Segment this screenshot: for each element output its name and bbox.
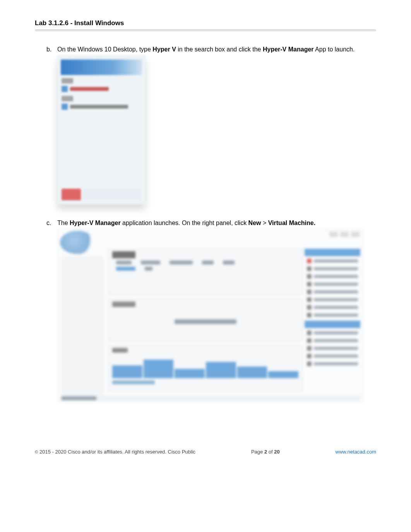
page-of-label: of xyxy=(267,449,274,455)
text-fragment: > xyxy=(261,220,268,226)
action-item xyxy=(307,338,358,344)
vm-list-panel xyxy=(108,249,303,295)
app-name-line xyxy=(70,87,109,91)
tree-panel xyxy=(62,256,104,397)
action-item xyxy=(307,273,358,280)
page-total: 20 xyxy=(274,449,279,455)
step-b: b. On the Windows 10 Desktop, type Hyper… xyxy=(46,45,365,215)
text-fragment: App to launch. xyxy=(314,46,355,53)
app-name-line xyxy=(70,105,128,109)
step-letter: c. xyxy=(46,218,57,414)
step-text: The Hyper-V Manager application launches… xyxy=(57,218,365,414)
action-label-line xyxy=(314,267,358,270)
screenshot-hyperv-manager xyxy=(57,229,363,402)
status-bar xyxy=(60,396,360,401)
actions-group xyxy=(305,321,360,367)
column-headers xyxy=(116,261,295,265)
hyperv-logo-icon xyxy=(60,231,95,254)
action-item xyxy=(307,361,358,367)
checkpoints-panel xyxy=(108,299,303,341)
page-footer: © 2015 - 2020 Cisco and/or its affiliate… xyxy=(35,449,376,455)
step-text: On the Windows 10 Desktop, type Hyper V … xyxy=(57,45,365,215)
header-divider xyxy=(35,29,376,32)
bold-hyper-v-manager: Hyper-V Manager xyxy=(70,220,121,226)
action-icon xyxy=(307,338,312,343)
actions-panel xyxy=(305,249,360,397)
action-item xyxy=(307,345,358,351)
action-label-line xyxy=(314,347,358,350)
text-fragment: application launches. On the right panel… xyxy=(121,220,248,226)
search-result-row xyxy=(62,103,141,111)
actions-group xyxy=(305,249,360,318)
lab-title: Lab 3.1.2.6 - Install Windows xyxy=(35,19,376,29)
search-result-header xyxy=(61,60,142,75)
category-label xyxy=(62,96,73,101)
action-icon xyxy=(307,346,312,351)
action-label-line xyxy=(314,355,358,358)
step-letter: b. xyxy=(46,45,57,215)
window-controls xyxy=(329,232,360,237)
action-icon xyxy=(307,354,312,358)
app-icon xyxy=(62,104,68,110)
document-page: Lab 3.1.2.6 - Install Windows b. On the … xyxy=(0,0,411,532)
app-icon xyxy=(62,86,68,92)
copyright-text: 2015 - 2020 Cisco and/or its affiliates.… xyxy=(39,449,195,455)
bold-virtual-machine: Virtual Machine. xyxy=(268,220,315,226)
action-item xyxy=(307,281,358,287)
category-label xyxy=(62,78,73,84)
detail-footer-line xyxy=(112,380,155,384)
action-label-line xyxy=(314,290,358,293)
action-icon xyxy=(307,266,312,271)
action-icon xyxy=(307,259,312,263)
action-item xyxy=(307,312,358,318)
action-item xyxy=(307,353,358,359)
action-label-line xyxy=(314,362,358,365)
action-icon xyxy=(307,290,312,294)
action-label-line xyxy=(314,275,358,278)
step-c: c. The Hyper-V Manager application launc… xyxy=(46,218,365,414)
bold-hyper-v: Hyper V xyxy=(152,46,176,53)
panel-header xyxy=(112,348,128,353)
panel-header xyxy=(112,302,135,307)
center-panels xyxy=(108,249,303,397)
page-label: Page xyxy=(251,449,264,455)
close-icon xyxy=(351,232,360,237)
action-label-line xyxy=(314,339,358,342)
action-label-line xyxy=(314,314,358,317)
action-icon xyxy=(307,297,312,302)
body-content: b. On the Windows 10 Desktop, type Hyper… xyxy=(35,45,376,414)
search-box-placeholder xyxy=(83,189,141,200)
detail-thumbnail xyxy=(112,355,298,378)
panel-header xyxy=(112,251,135,258)
action-item xyxy=(307,258,358,264)
action-icon xyxy=(307,361,312,366)
bold-hyper-v-manager: Hyper-V Manager xyxy=(263,46,314,53)
action-icon xyxy=(307,331,312,335)
action-label-line xyxy=(314,306,358,309)
details-panel xyxy=(108,345,303,392)
vm-row xyxy=(116,267,295,271)
page-number: Page 2 of 20 xyxy=(251,449,280,455)
action-label-line xyxy=(314,283,358,286)
action-label-line xyxy=(314,259,358,263)
text-fragment: in the search box and click the xyxy=(176,46,263,53)
action-label-line xyxy=(314,298,358,301)
taskbar-area xyxy=(62,189,141,200)
search-result-row xyxy=(62,85,141,93)
action-label-line xyxy=(314,331,358,334)
netacad-link[interactable]: www.netacad.com xyxy=(336,449,377,455)
empty-message xyxy=(175,319,236,324)
actions-group-header xyxy=(305,249,360,256)
action-item xyxy=(307,297,358,303)
action-item xyxy=(307,289,358,295)
action-icon xyxy=(307,282,312,286)
action-item xyxy=(307,266,358,272)
text-fragment: On the Windows 10 Desktop, type xyxy=(57,46,152,53)
action-item xyxy=(307,304,358,310)
minimize-icon xyxy=(329,232,338,237)
text-fragment: The xyxy=(57,220,70,226)
action-icon xyxy=(307,313,312,317)
action-item xyxy=(307,330,358,336)
action-icon xyxy=(307,274,312,279)
start-button-placeholder xyxy=(62,189,81,200)
